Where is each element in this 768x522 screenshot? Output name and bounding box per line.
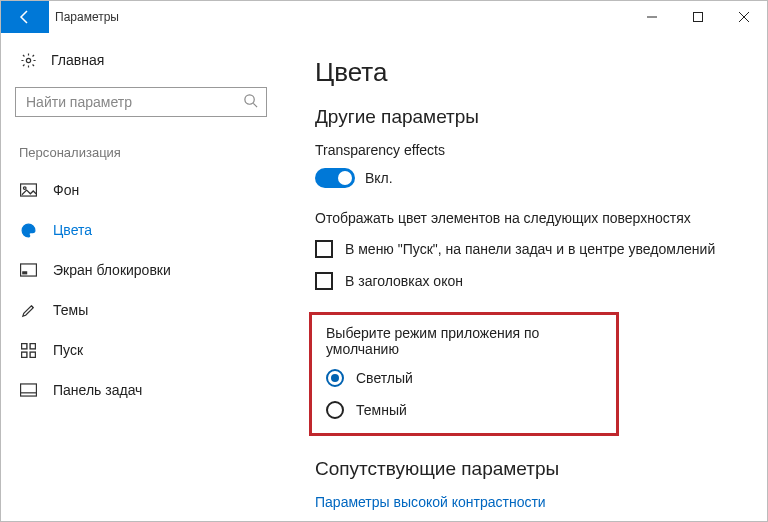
search-input[interactable]: [24, 93, 243, 111]
sidebar-item-label: Темы: [53, 302, 88, 318]
svg-rect-15: [30, 343, 35, 348]
svg-point-8: [23, 187, 26, 190]
checkbox-label: В меню "Пуск", на панели задач и в центр…: [345, 241, 715, 257]
sidebar-item-background[interactable]: Фон: [15, 170, 267, 210]
svg-rect-13: [22, 272, 26, 274]
svg-point-10: [27, 226, 28, 227]
high-contrast-link[interactable]: Параметры высокой контрастности: [315, 494, 747, 510]
svg-rect-18: [20, 384, 36, 396]
sidebar-item-colors[interactable]: Цвета: [15, 210, 267, 250]
brush-icon: [19, 301, 37, 319]
related-heading: Сопутствующие параметры: [315, 458, 747, 480]
radio-dark[interactable]: Темный: [326, 401, 602, 419]
svg-rect-16: [21, 352, 26, 357]
maximize-icon: [693, 12, 703, 22]
minimize-button[interactable]: [629, 1, 675, 33]
close-icon: [739, 12, 749, 22]
transparency-label: Transparency effects: [315, 142, 747, 158]
sidebar-item-lockscreen[interactable]: Экран блокировки: [15, 250, 267, 290]
taskbar-icon: [19, 381, 37, 399]
sidebar-item-themes[interactable]: Темы: [15, 290, 267, 330]
transparency-toggle[interactable]: [315, 168, 355, 188]
window-controls: [629, 1, 767, 33]
svg-line-6: [253, 103, 257, 107]
gear-icon: [19, 51, 37, 69]
image-icon: [19, 181, 37, 199]
svg-point-5: [245, 95, 254, 104]
transparency-state: Вкл.: [365, 170, 393, 186]
main-content: Цвета Другие параметры Transparency effe…: [281, 33, 767, 521]
radio-label: Светлый: [356, 370, 413, 386]
svg-point-4: [26, 58, 30, 62]
sidebar-item-label: Панель задач: [53, 382, 142, 398]
lockscreen-icon: [19, 261, 37, 279]
window-title: Параметры: [49, 1, 629, 33]
checkbox-icon: [315, 240, 333, 258]
section-heading: Другие параметры: [315, 106, 747, 128]
palette-icon: [19, 221, 37, 239]
svg-rect-17: [30, 352, 35, 357]
titlebar: Параметры: [1, 1, 767, 33]
sidebar: Главная Персонализация Фон Цвета Экран б…: [1, 33, 281, 521]
section-label: Персонализация: [19, 145, 267, 160]
home-link[interactable]: Главная: [19, 51, 267, 69]
sidebar-item-label: Пуск: [53, 342, 83, 358]
body: Главная Персонализация Фон Цвета Экран б…: [1, 33, 767, 521]
transparency-row: Вкл.: [315, 168, 747, 188]
minimize-icon: [647, 12, 657, 22]
maximize-button[interactable]: [675, 1, 721, 33]
svg-rect-1: [694, 13, 703, 22]
appmode-label: Выберите режим приложения по умолчанию: [326, 325, 602, 357]
radio-light[interactable]: Светлый: [326, 369, 602, 387]
toggle-knob: [338, 171, 352, 185]
checkbox-icon: [315, 272, 333, 290]
sidebar-item-start[interactable]: Пуск: [15, 330, 267, 370]
home-label: Главная: [51, 52, 104, 68]
sidebar-item-taskbar[interactable]: Панель задач: [15, 370, 267, 410]
start-icon: [19, 341, 37, 359]
radio-icon: [326, 369, 344, 387]
app-mode-highlight: Выберите режим приложения по умолчанию С…: [309, 312, 619, 436]
close-button[interactable]: [721, 1, 767, 33]
settings-window: Параметры Главная: [0, 0, 768, 522]
svg-point-9: [24, 228, 25, 229]
surfaces-label: Отображать цвет элементов на следующих п…: [315, 210, 747, 226]
sidebar-item-label: Цвета: [53, 222, 92, 238]
checkbox-titlebars[interactable]: В заголовках окон: [315, 272, 747, 290]
search-icon: [243, 93, 258, 111]
radio-icon: [326, 401, 344, 419]
sidebar-item-label: Экран блокировки: [53, 262, 171, 278]
radio-label: Темный: [356, 402, 407, 418]
page-title: Цвета: [315, 57, 747, 88]
svg-point-11: [30, 228, 31, 229]
checkbox-start-taskbar[interactable]: В меню "Пуск", на панели задач и в центр…: [315, 240, 747, 258]
arrow-left-icon: [17, 9, 33, 25]
sidebar-item-label: Фон: [53, 182, 79, 198]
back-button[interactable]: [1, 1, 49, 33]
search-box[interactable]: [15, 87, 267, 117]
checkbox-label: В заголовках окон: [345, 273, 463, 289]
svg-rect-14: [21, 343, 26, 348]
